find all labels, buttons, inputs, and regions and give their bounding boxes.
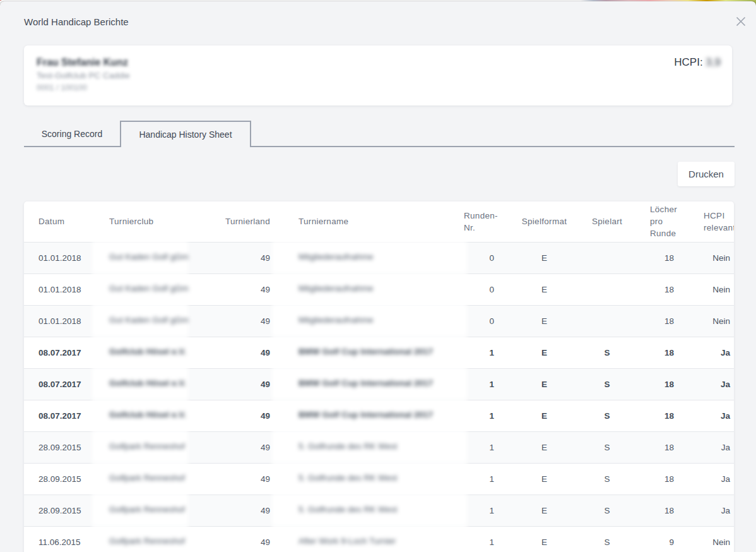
cell-turnierclub: Golfclub Hösel e.V. xyxy=(101,400,221,431)
cell-turniername: Mitgliederaufnahme xyxy=(275,273,464,305)
cell-spielart xyxy=(589,242,625,273)
cell-hcpi-relevant: Ja xyxy=(679,337,734,368)
cell-turniername: 5. Golfrunde des RK West xyxy=(275,463,464,495)
cell-turnierland: 49 xyxy=(221,368,275,400)
cell-spielformat: E xyxy=(499,400,589,431)
player-hcpi: HCPI: 3,9 xyxy=(674,56,721,69)
cell-turnierland: 49 xyxy=(221,400,275,431)
cell-spielart: S xyxy=(589,526,625,552)
desktop-background xyxy=(0,0,756,1)
cell-spielart: S xyxy=(589,463,625,495)
player-card: Frau Stefanie Kunz Test-Golfclub PC Cadd… xyxy=(24,45,732,105)
history-table: DatumTurnierclubTurnierlandTurniernameRu… xyxy=(24,201,734,552)
cell-turnierclub: Golfpark Renneshof xyxy=(101,495,221,526)
cell-turniername: Mitgliederaufnahme xyxy=(275,305,464,337)
column-header-spielformat: Spielformat xyxy=(499,201,589,242)
cell-turnierland: 49 xyxy=(221,273,275,305)
cell-loecher-pro-runde: 18 xyxy=(625,273,679,305)
cell-spielformat: E xyxy=(499,305,589,337)
table-row: 01.01.2018Gut Kaden Golf gGmbH49Mitglied… xyxy=(24,242,734,273)
cell-datum: 11.06.2015 xyxy=(24,526,101,552)
drucken-button[interactable]: Drucken xyxy=(678,162,735,186)
column-header-turniername: Turniername xyxy=(275,201,464,242)
tab-handicap-history-sheet[interactable]: Handicap History Sheet xyxy=(120,121,251,147)
table-row: 28.09.2015Golfpark Renneshof495. Golfrun… xyxy=(24,495,734,526)
cell-hcpi-relevant: Ja xyxy=(679,368,734,400)
cell-runden-nr: 0 xyxy=(464,242,499,273)
tab-bar: Scoring Record Handicap History Sheet xyxy=(24,121,735,147)
cell-turnierland: 49 xyxy=(221,337,275,368)
cell-runden-nr: 0 xyxy=(464,273,499,305)
cell-turnierclub: Gut Kaden Golf gGmbH xyxy=(101,273,221,305)
column-header-hcpi-relevant: HCPI relevant xyxy=(679,201,734,242)
cell-turnierclub: Golfpark Renneshof xyxy=(101,431,221,463)
cell-runden-nr: 0 xyxy=(464,305,499,337)
player-club: Test-Golfclub PC Caddie xyxy=(37,69,732,82)
cell-spielformat: E xyxy=(499,495,589,526)
cell-turnierland: 49 xyxy=(221,305,275,337)
column-header-datum: Datum xyxy=(24,201,101,242)
column-header-loecher-pro-runde: Löcher pro Runde xyxy=(625,201,679,242)
tab-scoring-record[interactable]: Scoring Record xyxy=(24,121,120,146)
cell-runden-nr: 1 xyxy=(464,526,499,552)
hcpi-label: HCPI: xyxy=(674,56,702,68)
cell-turniername: After Work 9-Loch Turnier xyxy=(275,526,464,552)
column-header-turnierland: Turnierland xyxy=(221,201,275,242)
cell-datum: 08.07.2017 xyxy=(24,337,101,368)
cell-turnierland: 49 xyxy=(221,242,275,273)
cell-spielart: S xyxy=(589,400,625,431)
cell-runden-nr: 1 xyxy=(464,337,499,368)
cell-spielart xyxy=(589,273,625,305)
cell-loecher-pro-runde: 18 xyxy=(625,463,679,495)
cell-spielformat: E xyxy=(499,463,589,495)
cell-spielart: S xyxy=(589,431,625,463)
cell-spielart xyxy=(589,305,625,337)
cell-datum: 01.01.2018 xyxy=(24,305,101,337)
cell-hcpi-relevant: Nein xyxy=(679,305,734,337)
cell-loecher-pro-runde: 18 xyxy=(625,431,679,463)
table-row: 08.07.2017Golfclub Hösel e.V.49BMW Golf … xyxy=(24,400,734,431)
column-header-spielart: Spielart xyxy=(589,201,625,242)
column-header-turnierclub: Turnierclub xyxy=(101,201,221,242)
cell-loecher-pro-runde: 18 xyxy=(625,337,679,368)
toolbar: Drucken xyxy=(0,162,735,186)
cell-loecher-pro-runde: 18 xyxy=(625,368,679,400)
cell-hcpi-relevant: Ja xyxy=(679,463,734,495)
cell-turnierland: 49 xyxy=(221,431,275,463)
cell-spielart: S xyxy=(589,368,625,400)
table-row: 28.09.2015Golfpark Renneshof495. Golfrun… xyxy=(24,463,734,495)
cell-hcpi-relevant: Nein xyxy=(679,242,734,273)
cell-runden-nr: 1 xyxy=(464,400,499,431)
cell-datum: 28.09.2015 xyxy=(24,431,101,463)
cell-loecher-pro-runde: 9 xyxy=(625,526,679,552)
cell-turniername: Mitgliederaufnahme xyxy=(275,242,464,273)
cell-turnierclub: Gut Kaden Golf gGmbH xyxy=(101,242,221,273)
modal-world-handicap-berichte: World Handicap Berichte Frau Stefanie Ku… xyxy=(0,1,756,552)
cell-turnierland: 49 xyxy=(221,495,275,526)
cell-spielformat: E xyxy=(499,526,589,552)
close-icon[interactable] xyxy=(736,16,746,27)
cell-spielformat: E xyxy=(499,368,589,400)
cell-loecher-pro-runde: 18 xyxy=(625,242,679,273)
cell-datum: 08.07.2017 xyxy=(24,400,101,431)
cell-runden-nr: 1 xyxy=(464,463,499,495)
cell-hcpi-relevant: Ja xyxy=(679,431,734,463)
cell-datum: 01.01.2018 xyxy=(24,242,101,273)
player-member-id: 0001 / 100100 xyxy=(37,82,732,93)
cell-spielformat: E xyxy=(499,431,589,463)
cell-hcpi-relevant: Nein xyxy=(679,273,734,305)
cell-spielformat: E xyxy=(499,242,589,273)
cell-loecher-pro-runde: 18 xyxy=(625,495,679,526)
player-name: Frau Stefanie Kunz xyxy=(37,56,732,69)
cell-turniername: BMW Golf Cup International 2017 xyxy=(275,400,464,431)
table-row: 28.09.2015Golfpark Renneshof495. Golfrun… xyxy=(24,431,734,463)
cell-spielformat: E xyxy=(499,273,589,305)
table-row: 11.06.2015Golfpark Renneshof49After Work… xyxy=(24,526,734,552)
modal-title: World Handicap Berichte xyxy=(0,1,756,29)
cell-turnierland: 49 xyxy=(221,526,275,552)
cell-turnierclub: Golfclub Hösel e.V. xyxy=(101,368,221,400)
cell-turniername: 5. Golfrunde des RK West xyxy=(275,431,464,463)
cell-runden-nr: 1 xyxy=(464,368,499,400)
cell-datum: 28.09.2015 xyxy=(24,463,101,495)
cell-hcpi-relevant: Ja xyxy=(679,400,734,431)
